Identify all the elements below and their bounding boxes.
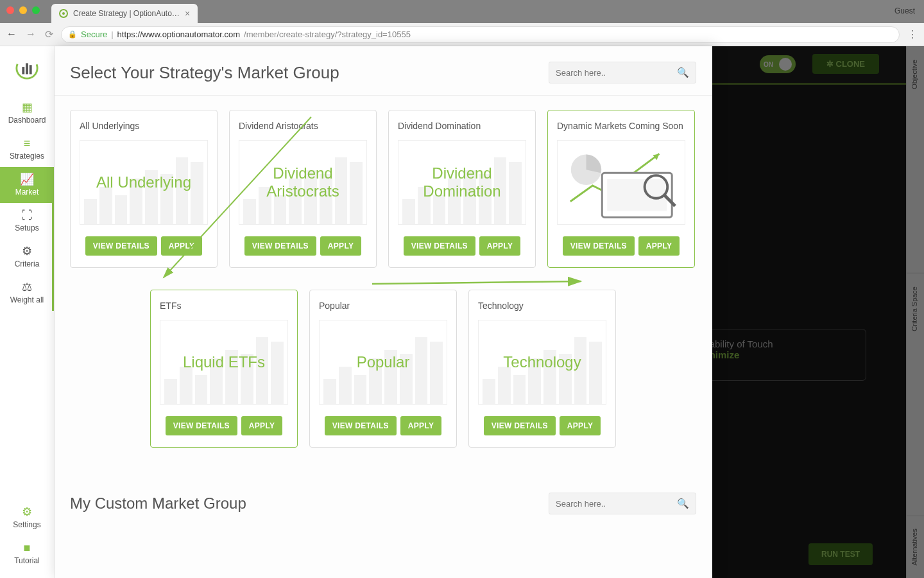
setups-icon: ⛶ — [21, 209, 33, 221]
card-preview: Dividend Aristocrats — [239, 140, 367, 225]
card-dividend-domination: Dividend Domination Dividend Domination … — [388, 110, 536, 268]
view-details-button[interactable]: VIEW DETAILS — [85, 236, 157, 256]
cards-row-1: All Underlyings All Underlying VIEW DETA… — [55, 96, 712, 274]
view-details-button[interactable]: VIEW DETAILS — [244, 236, 316, 256]
close-window-icon[interactable] — [6, 6, 14, 14]
view-details-button[interactable]: VIEW DETAILS — [325, 416, 397, 435]
analysis-illustration-icon — [558, 141, 685, 224]
browser-menu-icon[interactable]: ⋮ — [907, 28, 918, 40]
apply-button[interactable]: APPLY — [161, 236, 202, 256]
apply-button[interactable]: APPLY — [320, 236, 361, 256]
profile-label[interactable]: Guest — [894, 6, 915, 15]
card-preview — [557, 140, 685, 225]
search-input[interactable] — [556, 68, 677, 78]
reload-icon[interactable]: ⟳ — [45, 28, 53, 40]
strategy-toggle[interactable]: ON — [760, 55, 796, 73]
gear-icon: ⚙ — [22, 506, 32, 518]
sidebar-item-settings[interactable]: ⚙ Settings — [0, 500, 54, 536]
tab-objective[interactable]: Objective — [907, 46, 924, 102]
tab-title: Create Strategy | OptionAuto… — [73, 9, 180, 18]
sidebar-item-setups[interactable]: ⛶ Setups — [0, 203, 54, 239]
card-preview: Popular — [319, 320, 447, 405]
custom-section-header: My Custom Market Group 🔍 — [55, 473, 712, 521]
browser-toolbar: ← → ⟳ 🔒 Secure | https://www.optionautom… — [0, 23, 924, 46]
right-rail: Objective Criteria Space Alternatives — [906, 46, 924, 578]
view-details-button[interactable]: VIEW DETAILS — [404, 236, 475, 256]
svg-rect-1 — [22, 67, 24, 74]
toggle-knob — [779, 58, 792, 71]
search-icon[interactable]: 🔍 — [677, 498, 689, 509]
tab-criteria-space[interactable]: Criteria Space — [907, 273, 924, 344]
sidebar-item-dashboard[interactable]: ▦ Dashboard — [0, 95, 54, 131]
app-logo[interactable] — [14, 55, 40, 81]
chart-icon: 📈 — [20, 173, 34, 185]
card-dividend-aristocrats: Dividend Aristocrats Dividend Aristocrat… — [229, 110, 377, 268]
card-technology: Technology Technology VIEW DETAILS APPLY — [468, 290, 616, 448]
card-dynamic-markets: Dynamic Markets Coming Soon VIEW DETAILS — [547, 110, 695, 268]
search-box[interactable]: 🔍 — [549, 493, 696, 514]
maximize-window-icon[interactable] — [32, 6, 40, 14]
view-details-button[interactable]: VIEW DETAILS — [484, 416, 556, 435]
svg-rect-3 — [30, 65, 32, 74]
clone-button[interactable]: ✲ CLONE — [812, 54, 879, 74]
card-preview: Dividend Domination — [398, 140, 526, 225]
dashboard-icon: ▦ — [22, 101, 33, 113]
page-title: Select Your Strategy's Market Group — [70, 63, 339, 83]
search-input[interactable] — [556, 499, 677, 509]
card-etfs: ETFs Liquid ETFs VIEW DETAILS APPLY — [150, 290, 298, 448]
minimize-window-icon[interactable] — [19, 6, 27, 14]
browser-tabstrip: Create Strategy | OptionAuto… × Guest — [0, 0, 924, 23]
card-all-underlyings: All Underlyings All Underlying VIEW DETA… — [70, 110, 218, 268]
apply-button[interactable]: APPLY — [560, 416, 601, 435]
cards-row-2: ETFs Liquid ETFs VIEW DETAILS APPLY Popu… — [55, 274, 712, 473]
browser-tab[interactable]: Create Strategy | OptionAuto… × — [51, 4, 198, 23]
window-controls — [6, 6, 40, 14]
apply-button[interactable]: APPLY — [479, 236, 520, 256]
criteria-card: obability of Touch Minimize 1 — [687, 329, 866, 381]
market-group-modal: Select Your Strategy's Market Group 🔍 Al… — [55, 46, 712, 578]
card-preview: Technology — [478, 320, 606, 405]
sidebar-item-weight[interactable]: ⚖ Weight all — [0, 275, 54, 311]
sidebar-item-market[interactable]: 📈 Market — [0, 167, 54, 203]
tree-icon: ⚙ — [22, 245, 32, 257]
favicon-icon — [59, 9, 68, 18]
run-test-button[interactable]: RUN TEST — [809, 543, 873, 565]
card-preview: Liquid ETFs — [160, 320, 288, 405]
video-icon: ■ — [24, 542, 31, 554]
view-details-button[interactable]: VIEW DETAILS — [166, 416, 237, 435]
nav-arrows: ← → ⟳ — [6, 28, 53, 40]
list-icon: ≡ — [24, 137, 31, 149]
secure-label: Secure — [81, 30, 107, 39]
address-bar[interactable]: 🔒 Secure | https://www.optionautomator.c… — [61, 26, 900, 43]
sidebar-item-tutorial[interactable]: ■ Tutorial — [0, 536, 54, 572]
tab-alternatives[interactable]: Alternatives — [907, 515, 924, 578]
scale-icon: ⚖ — [22, 281, 32, 293]
apply-button[interactable]: APPLY — [241, 416, 282, 435]
view-details-button[interactable]: VIEW DETAILS — [563, 236, 635, 256]
svg-rect-2 — [26, 63, 28, 74]
lock-icon: 🔒 — [68, 30, 77, 39]
svg-rect-7 — [607, 179, 667, 211]
search-icon[interactable]: 🔍 — [677, 67, 689, 78]
section-header: Select Your Strategy's Market Group 🔍 — [55, 46, 712, 96]
back-icon[interactable]: ← — [6, 28, 17, 40]
forward-icon: → — [26, 28, 36, 40]
sidebar-item-strategies[interactable]: ≡ Strategies — [0, 131, 54, 167]
tab-close-icon[interactable]: × — [185, 8, 190, 19]
apply-button[interactable]: APPLY — [400, 416, 441, 435]
sidebar-item-criteria[interactable]: ⚙ Criteria — [0, 239, 54, 275]
card-preview: All Underlying — [80, 140, 208, 225]
search-box[interactable]: 🔍 — [549, 62, 696, 83]
card-popular: Popular Popular VIEW DETAILS APPLY — [309, 290, 457, 448]
url-path: /member/create-strategy/?strategy_id=105… — [244, 30, 411, 39]
sidebar: ▦ Dashboard ≡ Strategies 📈 Market ⛶ Setu… — [0, 46, 55, 578]
section-title: My Custom Market Group — [70, 495, 246, 512]
url-host: https://www.optionautomator.com — [117, 30, 240, 39]
apply-button[interactable]: APPLY — [638, 236, 680, 256]
